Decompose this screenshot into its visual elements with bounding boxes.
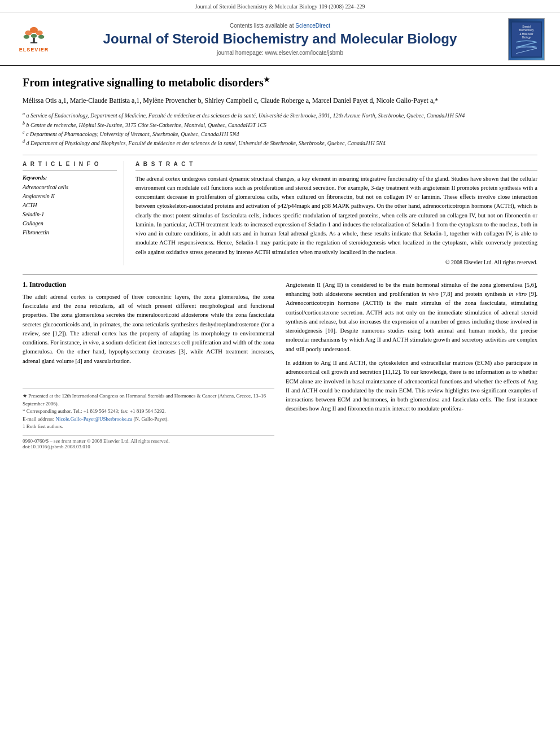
journal-ref-text: Journal of Steroid Biochemistry & Molecu…	[195, 3, 365, 10]
abstract-label: A B S T R A C T	[135, 161, 537, 167]
svg-point-5	[38, 35, 45, 39]
svg-point-3	[24, 35, 30, 39]
journal-title: Journal of Steroid Biochemistry and Mole…	[62, 31, 498, 47]
footer-text-2: doi:10.1016/j.jsbmb.2008.03.010	[23, 444, 274, 449]
article-info-abstract: A R T I C L E I N F O Keywords: Adrenoco…	[23, 161, 537, 265]
header-right: Steroid Biochemistry & Molecular Biology	[504, 18, 549, 60]
svg-text:Biochemistry: Biochemistry	[519, 29, 534, 32]
abstract-text: The adrenal cortex undergoes constant dy…	[135, 174, 537, 257]
authors-line: Mélissa Otis a,1, Marie-Claude Battista …	[23, 95, 537, 106]
section1-title: 1. Introduction	[23, 281, 274, 289]
divider-1	[23, 155, 537, 155]
elsevier-wordmark: ELSEVIER	[19, 47, 49, 53]
footnote-1: 1 Both first authors.	[23, 423, 274, 431]
footnote-email-link[interactable]: Nicole.Gallo-Payet@USherbrooke.ca	[55, 416, 132, 422]
sciencedirect-text: Contents lists available at ScienceDirec…	[62, 23, 498, 29]
keywords-list: Adrenocortical cells Angiotensin II ACTH…	[23, 183, 117, 237]
svg-text:& Molecular: & Molecular	[519, 32, 533, 35]
svg-text:Biology: Biology	[522, 36, 531, 39]
journal-homepage: journal homepage: www.elsevier.com/locat…	[62, 50, 498, 56]
footer-text-1: 0960-0760/$ – see front matter © 2008 El…	[23, 438, 274, 444]
intro-text-right: Angiotensin II (Ang II) is considered to…	[286, 281, 537, 354]
header-center: Contents lists available at ScienceDirec…	[62, 23, 498, 56]
page-wrapper: Journal of Steroid Biochemistry & Molecu…	[0, 0, 560, 747]
divider-2	[23, 274, 537, 275]
svg-text:Steroid: Steroid	[522, 25, 531, 28]
divider-abstract	[135, 171, 537, 171]
footnote-email: E-mail address: Nicole.Gallo-Payet@USher…	[23, 416, 274, 423]
bottom-footer: 0960-0760/$ – see front matter © 2008 El…	[23, 435, 274, 452]
article-body: From integrative signalling to metabolic…	[0, 66, 560, 463]
svg-point-4	[31, 34, 37, 38]
intro-text-left: The adult adrenal cortex is composed of …	[23, 292, 274, 366]
svg-rect-6	[33, 38, 35, 43]
elsevier-tree-icon	[20, 26, 48, 46]
header-left: ELSEVIER	[11, 25, 56, 54]
abstract-copyright: © 2008 Elsevier Ltd. All rights reserved…	[135, 259, 537, 265]
affiliations: a a Service of Endocrinology, Department…	[23, 111, 537, 147]
footnote-star: ★ Presented at the 12th International Co…	[23, 392, 274, 408]
svg-point-1	[25, 30, 32, 36]
svg-point-2	[36, 30, 43, 36]
abstract-column: A B S T R A C T The adrenal cortex under…	[135, 161, 537, 265]
cover-image-icon: Steroid Biochemistry & Molecular Biology	[511, 20, 542, 59]
main-content: 1. Introduction The adult adrenal cortex…	[23, 281, 537, 452]
keywords-label: Keywords:	[23, 174, 117, 181]
sciencedirect-link[interactable]: ScienceDirect	[295, 23, 330, 29]
elsevier-logo: ELSEVIER	[14, 25, 54, 54]
article-title: From integrative signalling to metabolic…	[23, 75, 537, 90]
top-ref-bar: Journal of Steroid Biochemistry & Molecu…	[0, 0, 560, 12]
article-info-label: A R T I C L E I N F O	[23, 161, 117, 167]
main-right-column: Angiotensin II (Ang II) is considered to…	[286, 281, 537, 452]
journal-header: ELSEVIER Contents lists available at Sci…	[0, 12, 560, 66]
svg-rect-7	[30, 42, 37, 43]
intro-text-right-2: In addition to Ang II and ACTH, the cyto…	[286, 359, 537, 414]
journal-cover-thumbnail: Steroid Biochemistry & Molecular Biology	[508, 18, 545, 60]
article-info-column: A R T I C L E I N F O Keywords: Adrenoco…	[23, 161, 124, 265]
footnote-corresponding: * Corresponding author. Tel.: +1 819 564…	[23, 408, 274, 416]
main-left-column: 1. Introduction The adult adrenal cortex…	[23, 281, 274, 452]
footnotes-area: ★ Presented at the 12th International Co…	[23, 388, 274, 431]
divider-info	[23, 171, 117, 171]
